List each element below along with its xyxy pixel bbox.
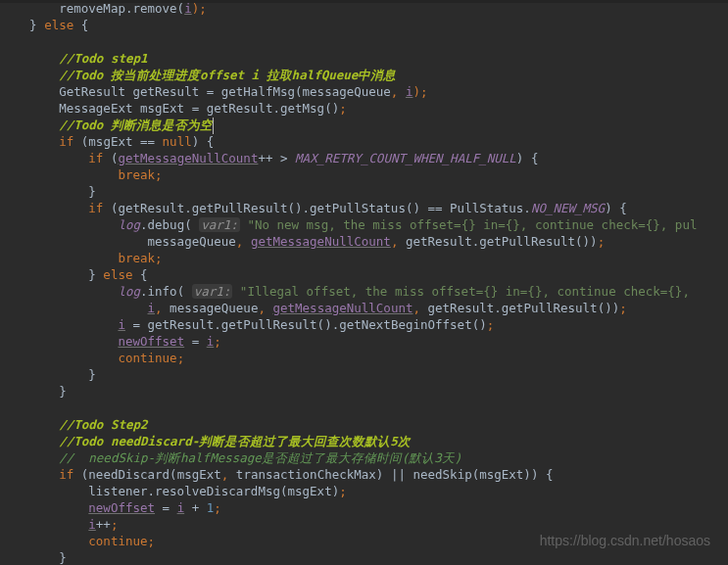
code-text: getResult.getPullResult()) — [406, 234, 598, 249]
method-call: .debug( — [140, 217, 199, 232]
kw-if: if — [88, 151, 103, 165]
comma: , — [155, 301, 170, 315]
logger-field: log — [118, 284, 140, 299]
indent — [0, 151, 88, 165]
comma: , — [391, 234, 406, 249]
code-text: listener.resolveDiscardMsg(msgExt) — [0, 484, 339, 498]
code-text: getResult.getPullResult()) — [428, 301, 620, 315]
indent — [0, 251, 118, 265]
semicolon: ; — [619, 301, 627, 315]
const-ref: MAX_RETRY_COUNT_WHEN_HALF_NULL — [295, 151, 516, 165]
var-i: i — [118, 317, 125, 332]
kw-break: break; — [118, 167, 162, 182]
semicolon: ; — [339, 484, 347, 498]
kw-continue: continue; — [118, 351, 184, 365]
code-text: transactionCheckMax) || needSkip(msgExt)… — [236, 467, 554, 482]
editor-viewport[interactable]: removeMap.remove(i); } else { //Todo ste… — [0, 0, 728, 565]
kw-if: if — [59, 134, 73, 149]
brace: } — [0, 550, 67, 565]
indent — [0, 351, 118, 365]
comment: // needSkip-判断halfMessage是否超过了最大存储时间(默认3… — [0, 450, 461, 465]
code-text: messageQueue — [170, 301, 258, 315]
code-text: (needDiscard(msgExt — [73, 467, 221, 482]
op: ++ — [96, 517, 111, 532]
string-literal: "Illegal offset, the miss offset={} in={… — [232, 284, 690, 299]
indent — [0, 301, 148, 315]
todo-comment: //Todo Step2 — [0, 417, 148, 432]
semicolon: ; — [487, 317, 495, 332]
semicolon: ; — [214, 334, 221, 349]
op: + — [184, 500, 207, 515]
indent — [0, 284, 118, 299]
brace: ) { — [516, 151, 539, 165]
field-ref: getMessageNullCount — [272, 301, 413, 315]
semicolon: ; — [339, 101, 347, 116]
todo-comment: //Todo 判断消息是否为空 — [0, 118, 213, 132]
paren: ( — [103, 151, 118, 165]
enum-const: NO_NEW_MSG — [531, 201, 605, 215]
code-text: = getResult.getPullResult().getNextBegin… — [125, 317, 487, 332]
kw-break: break; — [118, 251, 162, 265]
param-hint: var1: — [201, 217, 238, 232]
indent — [0, 334, 118, 349]
var-i: i — [88, 517, 96, 532]
field-ref: getMessageNullCount — [251, 234, 391, 249]
var-newoffset: newOffset — [88, 500, 155, 515]
brace: } — [0, 18, 44, 32]
op: = — [155, 500, 177, 515]
comma: , — [391, 84, 406, 99]
comma: , — [236, 234, 251, 249]
indent — [0, 167, 118, 182]
code-text: (msgExt == — [73, 134, 162, 149]
brace: } — [0, 367, 96, 382]
var-i: i — [148, 301, 156, 315]
indent — [0, 134, 59, 149]
logger-field: log — [118, 217, 140, 232]
param-hint: var1: — [194, 284, 231, 299]
op: ++ > — [258, 151, 295, 165]
semicolon: ); — [413, 84, 427, 99]
code-text: removeMap.remove( — [0, 1, 184, 16]
kw-else: else — [44, 18, 73, 32]
brace: } — [0, 184, 96, 199]
code-text: messageQueue — [0, 234, 236, 249]
field-ref: getMessageNullCount — [118, 151, 258, 165]
brace: { — [73, 18, 88, 32]
comma: , — [221, 467, 236, 482]
kw-if: if — [59, 467, 73, 482]
comma: , — [413, 301, 427, 315]
comma: , — [258, 301, 272, 315]
brace: } — [0, 384, 67, 399]
kw-null: null — [163, 134, 192, 149]
indent — [0, 467, 59, 482]
code-text: GetResult getResult = getHalfMsg(message… — [0, 84, 391, 99]
indent — [0, 201, 88, 215]
indent — [0, 500, 88, 515]
brace: ) { — [605, 201, 627, 215]
var-i: i — [184, 1, 192, 16]
top-shadow — [0, 0, 728, 3]
code-text: MessageExt msgExt = getResult.getMsg() — [0, 101, 339, 116]
brace: ) { — [192, 134, 215, 149]
indent — [0, 534, 88, 548]
indent — [0, 517, 88, 532]
indent — [0, 317, 118, 332]
indent — [0, 217, 118, 232]
todo-comment: //Todo 按当前处理进度offset i 拉取halfQueue中消息 — [0, 68, 396, 82]
op: = — [184, 334, 207, 349]
semicolon: ; — [214, 500, 221, 515]
semicolon: ); — [192, 1, 207, 16]
kw-if: if — [88, 201, 103, 215]
semicolon: ; — [598, 234, 606, 249]
kw-else: else — [103, 267, 132, 282]
string-literal: "No new msg, the miss offset={} in={}, c… — [240, 217, 698, 232]
brace: { — [132, 267, 147, 282]
code-block[interactable]: removeMap.remove(i); } else { //Todo ste… — [0, 0, 728, 565]
var-newoffset: newOffset — [118, 334, 184, 349]
todo-comment: //Todo needDiscard-判断是否超过了最大回查次数默认5次 — [0, 434, 411, 448]
brace: } — [0, 267, 103, 282]
code-text: (getResult.getPullResult().getPullStatus… — [103, 201, 531, 215]
todo-comment: //Todo step1 — [0, 51, 148, 66]
semicolon: ; — [111, 517, 119, 532]
kw-continue: continue; — [88, 534, 155, 548]
